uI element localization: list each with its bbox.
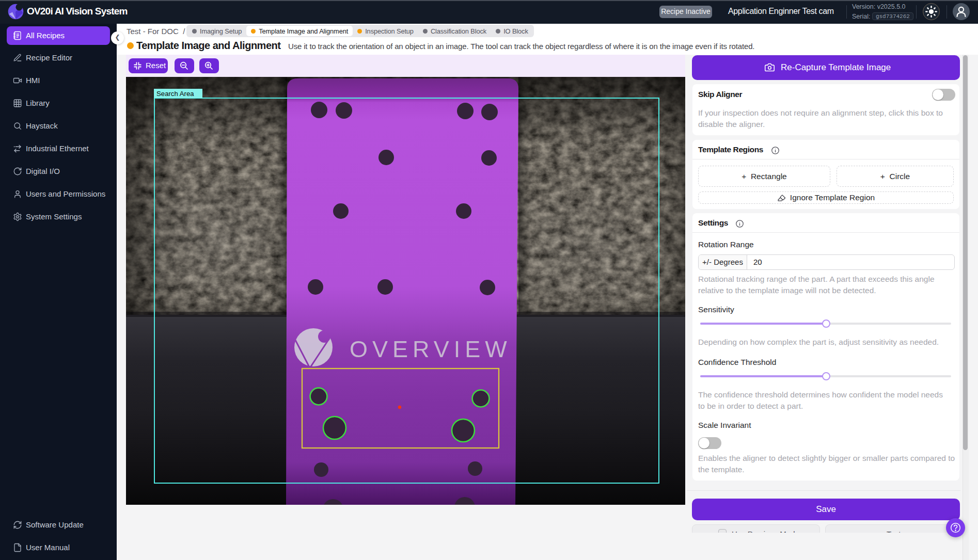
- svg-text:OVERVIEW: OVERVIEW: [350, 336, 512, 362]
- svg-text:Search Area: Search Area: [156, 90, 194, 98]
